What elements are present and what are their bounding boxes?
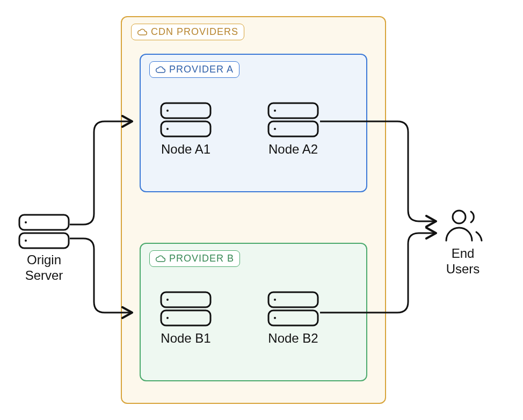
provider-a-label: PROVIDER A xyxy=(149,61,239,78)
cloud-icon xyxy=(137,28,148,36)
cdn-providers-text: CDN PROVIDERS xyxy=(151,26,238,38)
cdn-architecture-diagram: CDN PROVIDERS PROVIDER A PROVIDER B xyxy=(0,0,523,420)
svg-point-4 xyxy=(453,211,466,223)
cdn-providers-label: CDN PROVIDERS xyxy=(131,24,244,40)
cloud-icon xyxy=(155,66,166,74)
provider-b-label: PROVIDER B xyxy=(149,250,240,267)
provider-a-text: PROVIDER A xyxy=(169,64,234,75)
provider-b-text: PROVIDER B xyxy=(169,253,234,264)
node-a1-label: Node A1 xyxy=(161,142,210,157)
node-b1-label: Node B1 xyxy=(161,331,210,346)
origin-server-label: Origin Server xyxy=(25,252,63,284)
end-users-icon xyxy=(446,211,482,241)
origin-server-icon xyxy=(19,215,69,248)
cloud-icon xyxy=(155,255,166,263)
node-a2-label: Node A2 xyxy=(268,142,318,157)
node-b2-label: Node B2 xyxy=(268,331,318,346)
end-users-label: End Users xyxy=(433,246,493,277)
